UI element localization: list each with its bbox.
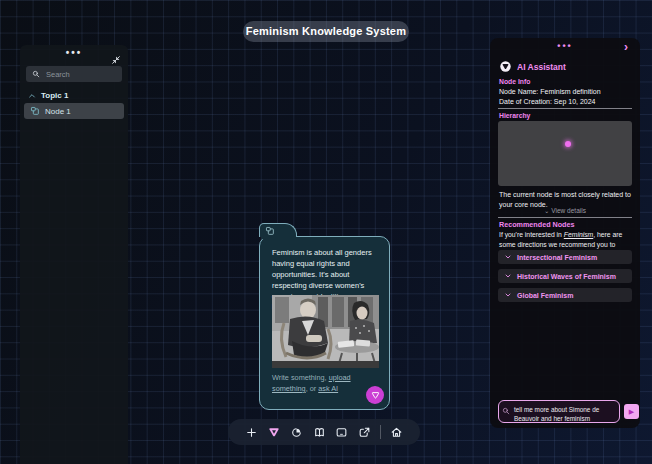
search-bar xyxy=(26,66,122,82)
view-details-button[interactable]: ⌄ View details xyxy=(490,207,640,215)
chevron-down-icon xyxy=(504,253,512,261)
ai-assistant-title: AI Assistant xyxy=(517,62,566,72)
send-button[interactable]: ▶ xyxy=(624,404,639,419)
home-icon[interactable] xyxy=(389,425,403,439)
intro-feminism-link[interactable]: Feminism xyxy=(564,231,593,238)
book-icon[interactable] xyxy=(312,425,326,439)
search-input[interactable] xyxy=(44,69,116,80)
footer-mid-text: , or xyxy=(306,384,319,393)
ai-logo-badge[interactable] xyxy=(366,386,384,404)
search-icon xyxy=(32,70,40,78)
divider xyxy=(498,217,632,218)
intro-prefix: If you're interested in xyxy=(499,231,564,238)
recommended-item-label: Intersectional Feminism xyxy=(517,254,597,261)
ai-logo-icon xyxy=(370,390,381,401)
hierarchy-heading: Hierarchy xyxy=(499,112,530,119)
photo-sartre-beauvoir xyxy=(272,295,379,368)
sticker-icon[interactable] xyxy=(290,425,304,439)
page-title: Feminism Knowledge System xyxy=(243,21,409,42)
chevron-up-icon xyxy=(28,92,36,100)
chevron-down-icon xyxy=(504,272,512,280)
chevron-down-icon: ⌄ xyxy=(544,207,549,214)
recommended-item-global[interactable]: Global Feminism xyxy=(498,288,632,302)
recommended-item-label: Historical Waves of Feminism xyxy=(517,273,616,280)
panel-menu-dots-icon[interactable]: ••• xyxy=(490,41,640,51)
share-icon[interactable] xyxy=(357,425,371,439)
collapse-icon[interactable] xyxy=(111,51,121,61)
toolbar-divider xyxy=(380,425,381,439)
recommended-item-historical-waves[interactable]: Historical Waves of Feminism xyxy=(498,269,632,283)
recommended-item-intersectional[interactable]: Intersectional Feminism xyxy=(498,250,632,264)
ai-assistant-header: AI Assistant xyxy=(499,60,566,73)
node-info-heading: Node Info xyxy=(499,78,530,85)
node-label: Node 1 xyxy=(45,107,71,116)
recommended-item-label: Global Feminism xyxy=(517,292,573,299)
chevron-down-icon xyxy=(504,291,512,299)
chat-input-box: tell me more about Simone de Beauvoir an… xyxy=(498,400,620,423)
hierarchy-graph[interactable] xyxy=(498,121,632,186)
divider xyxy=(498,108,632,109)
canvas[interactable]: Feminism Knowledge System ••• Topic 1 xyxy=(0,0,652,464)
node-icon xyxy=(30,106,40,116)
send-icon: ▶ xyxy=(629,408,634,415)
chat-input[interactable]: tell me more about Simone de Beauvoir an… xyxy=(512,403,618,421)
search-icon xyxy=(502,407,510,415)
ai-logo-icon[interactable] xyxy=(267,425,281,439)
node-card[interactable]: Feminism is about all genders having equ… xyxy=(259,236,390,410)
sidebar: ••• Topic 1 Node 1 xyxy=(20,45,128,464)
node-date-value: Date of Creation: Sep 10, 2024 xyxy=(499,98,596,105)
write-prompt-text: Write something, xyxy=(272,373,329,382)
node-name-value: Node Name: Feminism definition xyxy=(499,88,601,95)
sidebar-topic-row[interactable]: Topic 1 xyxy=(28,89,68,102)
recommended-nodes-heading: Recommended Nodes xyxy=(499,220,575,229)
chevron-right-icon[interactable]: › xyxy=(624,40,628,54)
screen-icon[interactable] xyxy=(335,425,349,439)
ask-ai-link[interactable]: ask AI xyxy=(318,384,338,393)
hierarchy-node-dot[interactable] xyxy=(565,141,571,147)
ai-logo-icon xyxy=(499,60,512,73)
topic-label: Topic 1 xyxy=(41,91,68,100)
ai-assistant-panel: ••• › AI Assistant Node Info Node Name: … xyxy=(490,38,640,428)
bottom-toolbar xyxy=(228,419,420,445)
view-details-label: View details xyxy=(551,207,586,214)
node-icon xyxy=(265,226,275,236)
plus-icon[interactable] xyxy=(245,425,259,439)
card-tab xyxy=(259,223,297,237)
sidebar-node-row[interactable]: Node 1 xyxy=(24,103,124,119)
